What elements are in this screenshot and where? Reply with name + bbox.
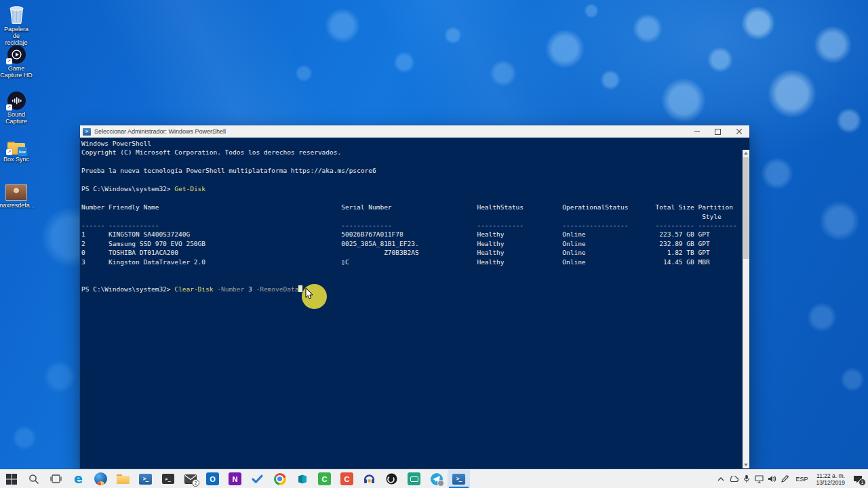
microphone-icon[interactable] <box>740 470 753 488</box>
taskbar-chrome-button[interactable] <box>269 470 291 488</box>
taskbar-search-button[interactable] <box>22 470 45 488</box>
console-output: Windows PowerShellCopyright (C) Microsof… <box>81 139 742 293</box>
taskbar-mail-button[interactable]: 2 <box>179 470 201 488</box>
windows-ink-icon[interactable] <box>778 470 791 488</box>
taskbar-remote-app-button[interactable] <box>291 470 313 488</box>
taskbar-audio-app-button[interactable] <box>358 470 380 488</box>
console-line <box>81 157 742 166</box>
taskbar-start-button[interactable] <box>0 470 22 488</box>
desktop-icon-game-capture-hd[interactable]: ↗ Game Capture HD <box>0 42 33 79</box>
onedrive-icon[interactable] <box>727 470 740 488</box>
language-indicator[interactable]: ESP <box>791 476 812 483</box>
console-area[interactable]: Windows PowerShellCopyright (C) Microsof… <box>80 138 749 468</box>
window-titlebar[interactable]: > Seleccionar Administrador: Windows Pow… <box>80 125 749 138</box>
close-button[interactable] <box>728 125 749 138</box>
minimize-button[interactable] <box>686 125 707 138</box>
sound-capture-icon: ↗ <box>7 88 26 110</box>
powershell-window: > Seleccionar Administrador: Windows Pow… <box>80 125 749 468</box>
window-title: Seleccionar Administrador: Windows Power… <box>94 128 686 135</box>
taskbar: e>_>_2ONCC>_ ESP 11:22 a. <box>0 469 868 488</box>
console-line: 0 TOSHIBA DT01ACA200 Z70B3B2AS Healthy O… <box>81 248 742 257</box>
taskbar-recorder-app-button[interactable] <box>403 470 425 488</box>
console-line <box>81 176 742 184</box>
console-line: 3 Kingston DataTraveler 2.0 ▯C Healthy O… <box>81 258 742 266</box>
taskbar-powershell-pinned-button[interactable]: >_ <box>134 470 157 488</box>
console-line: 2 Samsung SSD 970 EVO 250GB 0025_385A_81… <box>81 239 742 248</box>
system-tray: ESP 11:22 a. m. 13/12/2019 1 <box>714 470 868 488</box>
taskbar-edge-button[interactable]: e <box>67 470 90 488</box>
box-sync-icon: box ↗ <box>7 133 25 155</box>
volume-icon[interactable] <box>766 470 778 488</box>
shortcut-arrow-icon: ↗ <box>7 150 12 155</box>
scroll-up-icon[interactable] <box>743 150 749 157</box>
console-line: Number Friendly Name Serial Number Healt… <box>81 203 742 211</box>
scrollbar-thumb[interactable] <box>743 157 749 259</box>
telegram-status-badge <box>437 480 444 487</box>
shortcut-arrow-icon: ↗ <box>7 59 11 64</box>
box-logo: box <box>18 147 27 156</box>
clock-time: 11:22 a. m. <box>816 472 845 479</box>
powershell-icon: > <box>83 128 91 136</box>
notification-badge: 1 <box>859 479 866 486</box>
console-line: 1 KINGSTON SA400S37240G 50026B767A011F78… <box>81 230 742 239</box>
recycle-bin-icon <box>8 3 25 24</box>
clock[interactable]: 11:22 a. m. 13/12/2019 <box>812 472 849 486</box>
taskbar-task-view-button[interactable] <box>45 470 67 488</box>
taskbar-file-explorer-button[interactable] <box>112 470 134 488</box>
game-capture-icon: ↗ <box>7 42 26 64</box>
taskbar-telegram-button[interactable] <box>425 470 448 488</box>
taskbar-cmd-button[interactable]: >_ <box>157 470 179 488</box>
taskbar-camtasia-button[interactable]: C <box>313 470 336 488</box>
mouse-cursor <box>305 287 314 303</box>
taskbar-media-app-button[interactable] <box>90 470 112 488</box>
taskbar-app-red-c-button[interactable]: C <box>336 470 358 488</box>
console-line: PS C:\Windows\system32> Get-Disk <box>81 184 742 193</box>
action-center-icon[interactable]: 1 <box>849 470 867 488</box>
desktop-icon-label: Box Sync <box>3 156 29 163</box>
mail-badge: 2 <box>192 479 199 487</box>
console-line: ------ ------------- ------------- -----… <box>81 221 742 230</box>
desktop-icon-label: Game Capture HD <box>0 65 33 79</box>
desktop-icon-label: maxresdefa... <box>0 202 35 209</box>
maximize-button[interactable] <box>707 125 728 138</box>
taskbar-todo-button[interactable] <box>246 470 269 488</box>
network-icon[interactable] <box>753 470 766 488</box>
console-line: Prueba la nueva tecnología PowerShell mu… <box>81 166 742 175</box>
console-line: PS C:\Windows\system32> Clear-Disk -Numb… <box>81 285 742 293</box>
console-line <box>81 266 742 275</box>
console-scrollbar[interactable] <box>743 150 749 468</box>
console-line: Style <box>81 212 742 221</box>
console-line: Copyright (C) Microsoft Corporation. Tod… <box>81 148 742 157</box>
taskbar-obs-button[interactable] <box>380 470 403 488</box>
console-line <box>81 194 742 203</box>
hidden-icons-chevron-icon[interactable] <box>714 470 727 488</box>
image-thumbnail-icon <box>5 179 27 201</box>
console-line: Windows PowerShell <box>81 139 742 148</box>
taskbar-powershell-active-button[interactable]: >_ <box>448 470 470 488</box>
desktop-icon-sound-capture[interactable]: ↗ Sound Capture <box>0 88 33 125</box>
taskbar-outlook-button[interactable]: O <box>201 470 224 488</box>
taskbar-onenote-button[interactable]: N <box>224 470 246 488</box>
text-cursor <box>298 285 302 292</box>
desktop-icon-label: Sound Capture <box>5 111 27 125</box>
console-line <box>81 276 742 285</box>
taskbar-apps: e>_>_2ONCC>_ <box>0 470 470 488</box>
desktop-icon-maxresdefa[interactable]: maxresdefa... <box>0 179 33 209</box>
clock-date: 13/12/2019 <box>816 479 845 486</box>
desktop-icon-box-sync[interactable]: box ↗ Box Sync <box>0 133 33 163</box>
scroll-down-icon[interactable] <box>743 462 749 468</box>
shortcut-arrow-icon: ↗ <box>7 105 11 110</box>
desktop-icon-recycle-bin[interactable]: Papelera de reciclaje <box>0 3 33 46</box>
